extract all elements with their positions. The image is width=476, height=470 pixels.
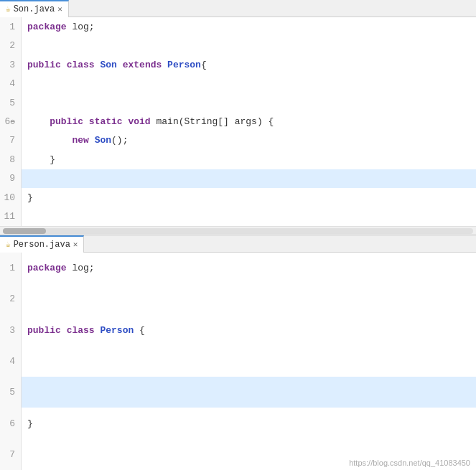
tab-person[interactable]: ☕ Person.java ✕ [0, 235, 84, 253]
tab-bar-son: ☕ Son.java ✕ [0, 0, 476, 17]
son-line-10: 10 } [0, 188, 476, 207]
person-line-num-2: 2 [0, 283, 22, 314]
close-son-button[interactable]: ✕ [57, 4, 62, 14]
son-line-8: 8 } [0, 150, 476, 169]
person-line-content-5 [22, 377, 476, 408]
son-line-num-10: 10 [0, 188, 22, 207]
son-line-num-6: 6⊖ [0, 112, 22, 131]
son-line-content-11 [22, 207, 476, 226]
son-line-num-4: 4 [0, 74, 22, 93]
tab-son-label: Son.java [14, 4, 55, 14]
son-line-content-10: } [22, 188, 476, 207]
person-line-5: 5 [0, 377, 476, 408]
son-line-num-7: 7 [0, 131, 22, 150]
son-line-11: 11 [0, 207, 476, 226]
son-line-num-11: 11 [0, 207, 22, 226]
son-line-3: 3 public class Son extends Person{ [0, 55, 476, 74]
son-line-content-3: public class Son extends Person{ [22, 55, 476, 74]
person-line-content-1: package log; [22, 253, 476, 283]
close-person-button[interactable]: ✕ [73, 240, 78, 249]
son-scrollbar-track [3, 228, 473, 234]
son-line-content-7: new Son(); [22, 131, 476, 150]
person-line-3: 3 public class Person { [0, 315, 476, 346]
son-scrollbar-thumb[interactable] [3, 228, 46, 234]
java-file-icon: ☕ [6, 4, 11, 14]
person-line-6: 6 } [0, 408, 476, 438]
tab-bar-person: ☕ Person.java ✕ [0, 235, 476, 253]
son-line-num-5: 5 [0, 93, 22, 112]
java-file-icon-2: ☕ [6, 240, 11, 249]
person-line-content-2 [22, 283, 476, 314]
son-line-content-2 [22, 36, 476, 55]
person-line-2: 2 [0, 283, 476, 314]
person-line-num-5: 5 [0, 377, 22, 408]
pane-son: ☕ Son.java ✕ 1 package log; 2 3 [0, 0, 476, 235]
son-line-2: 2 [0, 36, 476, 55]
son-code-editor[interactable]: 1 package log; 2 3 public class Son exte… [0, 17, 476, 226]
son-line-num-2: 2 [0, 36, 22, 55]
son-line-5: 5 [0, 93, 476, 112]
person-line-content-4 [22, 346, 476, 377]
tab-person-label: Person.java [14, 240, 70, 250]
son-line-4: 4 [0, 74, 476, 93]
watermark: https://blog.csdn.net/qq_41083450 [349, 459, 470, 467]
son-line-content-8: } [22, 150, 476, 169]
son-line-content-9 [22, 169, 476, 188]
person-line-num-1: 1 [0, 253, 22, 283]
person-line-num-6: 6 [0, 408, 22, 438]
son-line-content-6: public static void main(String[] args) { [22, 112, 476, 131]
son-line-1: 1 package log; [0, 17, 476, 36]
son-line-content-4 [22, 74, 476, 93]
pane-person: ☕ Person.java ✕ 1 package log; 2 3 [0, 235, 476, 470]
person-line-1: 1 package log; [0, 253, 476, 283]
breakpoint-indicator: ⊖ [10, 118, 15, 126]
son-line-num-1: 1 [0, 17, 22, 36]
person-line-content-3: public class Person { [22, 315, 476, 346]
tab-son[interactable]: ☕ Son.java ✕ [0, 0, 69, 17]
son-line-num-8: 8 [0, 150, 22, 169]
son-code-lines: 1 package log; 2 3 public class Son exte… [0, 17, 476, 226]
person-line-content-6: } [22, 408, 476, 438]
son-line-9: 9 [0, 169, 476, 188]
person-line-4: 4 [0, 346, 476, 377]
son-line-7: 7 new Son(); [0, 131, 476, 150]
person-line-num-3: 3 [0, 315, 22, 346]
son-line-content-5 [22, 93, 476, 112]
person-line-num-4: 4 [0, 346, 22, 377]
person-code-editor[interactable]: 1 package log; 2 3 public class Person {… [0, 253, 476, 470]
son-scrollbar[interactable] [0, 226, 476, 235]
person-line-num-7: 7 [0, 439, 22, 470]
person-code-lines: 1 package log; 2 3 public class Person {… [0, 253, 476, 470]
son-line-6: 6⊖ public static void main(String[] args… [0, 112, 476, 131]
son-line-num-3: 3 [0, 55, 22, 74]
son-line-content-1: package log; [22, 17, 476, 36]
editor-container: ☕ Son.java ✕ 1 package log; 2 3 [0, 0, 476, 470]
son-line-num-9: 9 [0, 169, 22, 188]
